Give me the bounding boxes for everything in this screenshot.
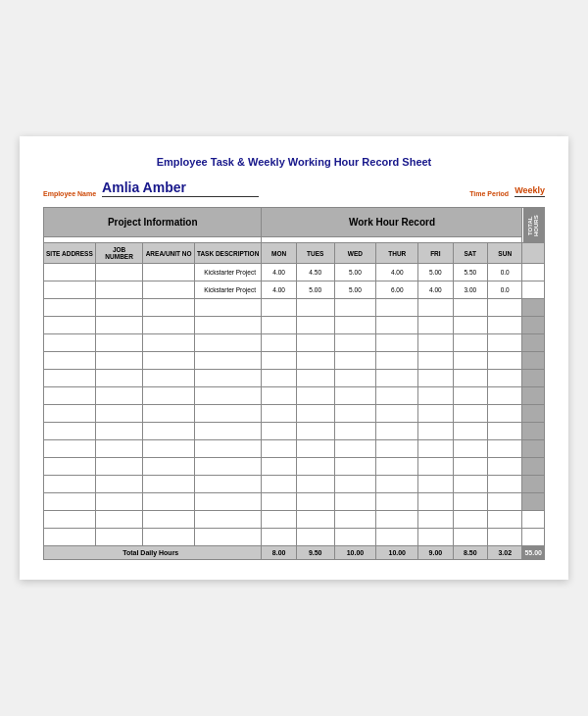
empty-cell — [95, 299, 143, 317]
empty-cell — [194, 370, 262, 387]
table-row — [44, 511, 545, 529]
total-day-3: 10.00 — [376, 546, 418, 560]
employee-section: Employee Name Amlia Amber — [43, 179, 259, 197]
empty-cell — [143, 458, 194, 476]
employee-name-value: Amlia Amber — [102, 179, 259, 197]
empty-cell — [262, 423, 296, 440]
empty-cell — [522, 317, 545, 334]
table-row — [44, 317, 545, 334]
empty-cell — [296, 440, 334, 458]
empty-cell — [95, 317, 143, 334]
work-hour-header: Work Hour Record — [262, 208, 522, 237]
cell-tue: 5.00 — [296, 281, 334, 299]
empty-cell — [296, 493, 334, 511]
cell-task: Kickstarter Project — [194, 264, 262, 281]
table-row — [44, 493, 545, 511]
empty-cell — [488, 299, 522, 317]
empty-cell — [488, 334, 522, 352]
empty-cell — [418, 529, 453, 546]
empty-cell — [418, 352, 453, 370]
empty-cell — [418, 405, 453, 423]
cell-job — [95, 281, 143, 299]
empty-cell — [522, 511, 545, 529]
total-day-2: 10.00 — [334, 546, 376, 560]
col-mon: MON — [262, 243, 296, 264]
empty-cell — [194, 387, 262, 405]
table-row: Kickstarter Project4.005.005.006.004.003… — [44, 281, 545, 299]
empty-cell — [453, 299, 487, 317]
empty-cell — [95, 493, 143, 511]
empty-cell — [488, 352, 522, 370]
empty-cell — [296, 370, 334, 387]
col-fri: FRI — [418, 243, 453, 264]
cell-area — [143, 281, 194, 299]
empty-cell — [194, 352, 262, 370]
empty-cell — [522, 334, 545, 352]
empty-cell — [262, 299, 296, 317]
empty-cell — [143, 405, 194, 423]
empty-cell — [418, 440, 453, 458]
empty-cell — [296, 334, 334, 352]
cell-area — [143, 264, 194, 281]
table-row — [44, 529, 545, 546]
empty-cell — [418, 476, 453, 493]
empty-cell — [376, 405, 418, 423]
empty-cell — [418, 370, 453, 387]
empty-cell — [194, 511, 262, 529]
empty-cell — [262, 493, 296, 511]
empty-cell — [334, 334, 376, 352]
empty-cell — [143, 423, 194, 440]
empty-cell — [143, 529, 194, 546]
empty-cell — [376, 493, 418, 511]
empty-cell — [194, 405, 262, 423]
empty-cell — [95, 511, 143, 529]
empty-cell — [296, 529, 334, 546]
empty-cell — [488, 458, 522, 476]
empty-cell — [296, 317, 334, 334]
time-period-section: Time Period Weekly — [469, 185, 545, 197]
empty-cell — [44, 476, 96, 493]
empty-cell — [418, 493, 453, 511]
time-period-value: Weekly — [514, 185, 545, 197]
empty-cell — [296, 352, 334, 370]
empty-cell — [44, 493, 96, 511]
empty-cell — [453, 529, 487, 546]
empty-cell — [194, 458, 262, 476]
empty-cell — [453, 317, 487, 334]
cell-fri: 5.00 — [418, 264, 453, 281]
empty-cell — [296, 423, 334, 440]
empty-cell — [453, 387, 487, 405]
empty-cell — [418, 511, 453, 529]
table-row — [44, 440, 545, 458]
empty-cell — [194, 529, 262, 546]
cell-job — [95, 264, 143, 281]
col-total-sub — [522, 243, 545, 264]
empty-cell — [296, 511, 334, 529]
empty-cell — [95, 529, 143, 546]
empty-cell — [296, 387, 334, 405]
empty-cell — [194, 493, 262, 511]
empty-cell — [194, 440, 262, 458]
empty-cell — [95, 476, 143, 493]
col-area-unit: AREA/UNIT NO — [143, 243, 194, 264]
empty-cell — [376, 299, 418, 317]
empty-cell — [44, 423, 96, 440]
empty-cell — [376, 440, 418, 458]
cell-wed: 5.00 — [334, 281, 376, 299]
empty-cell — [143, 387, 194, 405]
cell-thur: 4.00 — [376, 264, 418, 281]
empty-cell — [453, 493, 487, 511]
empty-cell — [453, 440, 487, 458]
empty-cell — [334, 370, 376, 387]
empty-cell — [334, 493, 376, 511]
cell-tue: 4.50 — [296, 264, 334, 281]
empty-cell — [522, 529, 545, 546]
empty-cell — [143, 511, 194, 529]
empty-cell — [453, 476, 487, 493]
empty-cell — [44, 405, 96, 423]
empty-cell — [44, 299, 96, 317]
total-day-5: 8.50 — [453, 546, 487, 560]
empty-cell — [262, 317, 296, 334]
empty-cell — [376, 529, 418, 546]
empty-cell — [522, 440, 545, 458]
